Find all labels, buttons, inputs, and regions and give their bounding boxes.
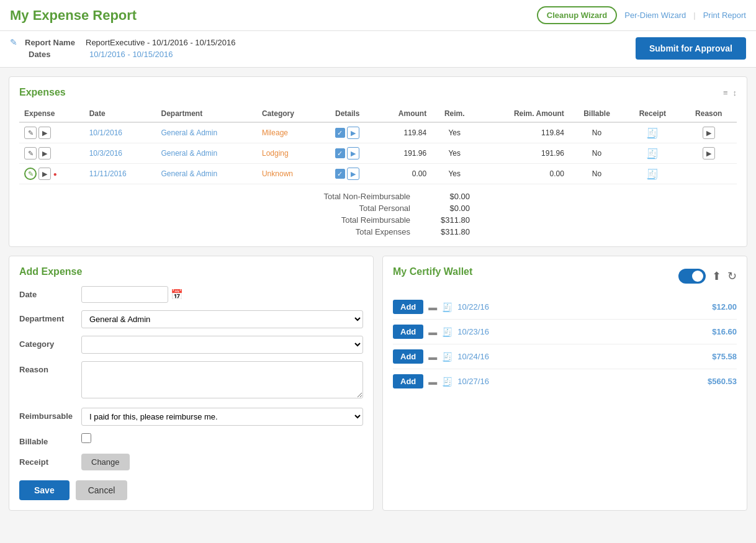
change-receipt-button[interactable]: Change [81,454,130,470]
expense-cat[interactable]: Lodging [262,149,289,158]
print-report-button[interactable]: Print Report [703,11,746,20]
hamburger-icon[interactable]: ≡ [723,88,728,97]
totals-expenses-row: Total Expenses $311.80 [286,227,470,236]
top-actions: Cleanup Wizard Per-Diem Wizard | Print R… [537,6,746,24]
toggle-slider [678,269,706,284]
bottom-section: Add Expense Date 📅 Department General & … [9,256,747,511]
details-checkbox[interactable]: ✓ [335,169,345,179]
details-nav-icon[interactable]: ▶ [347,168,359,180]
reimbursable-select[interactable]: I paid for this, please reimburse me. Co… [81,408,363,426]
wallet-item: Add ▬ 🧾 10/23/16 $16.60 [393,320,737,344]
expense-actions-cell: ✎ ▶ ● [19,164,84,184]
reason-row: Reason [19,361,363,400]
expense-dept-cell: General & Admin [156,143,256,164]
wallet-items-container: Add ▬ 🧾 10/22/16 $12.00 Add ▬ 🧾 10/23/16… [393,295,737,393]
edit-expense-icon[interactable]: ✎ [24,168,37,180]
cleanup-wizard-button[interactable]: Cleanup Wizard [537,6,617,24]
top-bar: My Expense Report Cleanup Wizard Per-Die… [0,0,756,31]
expense-cat[interactable]: Mileage [262,128,288,137]
expense-amount-cell: 191.96 [374,143,431,164]
reason-icon[interactable]: ▶ [703,147,715,159]
expense-billable-cell: No [569,164,624,184]
expenses-header-icons: ≡ ↕ [723,88,737,97]
report-name-label: Report Name [25,38,81,47]
nav-expense-icon[interactable]: ▶ [38,127,51,139]
category-select[interactable] [81,336,363,354]
date-row: Date 📅 [19,286,363,303]
personal-label: Total Personal [286,204,410,213]
report-dates-row: Dates 10/1/2016 - 10/15/2016 [10,50,235,59]
expense-cat-cell: Mileage [257,122,322,143]
cancel-button[interactable]: Cancel [76,480,128,500]
expense-billable-cell: No [569,122,624,143]
wallet-add-button[interactable]: Add [393,349,423,364]
dates-label: Dates [29,50,84,59]
expense-details-cell: ✓ ▶ [322,143,374,164]
add-expense-card: Add Expense Date 📅 Department General & … [9,256,374,511]
edit-expense-icon[interactable]: ✎ [24,127,37,139]
expense-reim-cell: Yes [431,164,477,184]
details-nav-icon[interactable]: ▶ [347,127,359,139]
wallet-add-button[interactable]: Add [393,300,423,314]
nav-expense-icon[interactable]: ▶ [38,168,51,180]
wallet-item-amount: $12.00 [712,302,737,312]
expenses-header: Expenses ≡ ↕ [19,87,737,98]
wallet-add-button[interactable]: Add [393,325,423,339]
wallet-item-date: 10/24/16 [457,352,707,361]
receipt-row: Receipt Change [19,454,363,470]
wallet-add-button[interactable]: Add [393,374,423,388]
expense-cat[interactable]: Unknown [262,169,293,178]
calendar-icon[interactable]: 📅 [171,289,183,300]
category-control [81,336,363,354]
edit-expense-icon[interactable]: ✎ [24,147,37,159]
details-nav-icon[interactable]: ▶ [347,147,359,159]
expense-details-cell: ✓ ▶ [322,122,374,143]
category-row: Category [19,336,363,354]
expense-dept[interactable]: General & Admin [161,149,217,158]
col-reason: Reason [681,105,737,122]
wallet-toggle[interactable] [678,269,706,284]
nav-expense-icon[interactable]: ▶ [38,147,51,159]
col-category: Category [257,105,322,122]
reason-icon[interactable]: ▶ [703,127,715,139]
expense-date[interactable]: 10/3/2016 [89,149,122,158]
col-reim-amount: Reim. Amount [477,105,569,122]
edit-report-icon[interactable]: ✎ [10,37,17,47]
wallet-refresh-icon[interactable]: ↻ [727,269,737,283]
expense-amount-cell: 0.00 [374,164,431,184]
receipt-icon[interactable]: 🧾 [646,148,659,159]
main-content: Expenses ≡ ↕ Expense Date Department Cat… [0,68,756,519]
expense-dept[interactable]: General & Admin [161,169,217,178]
expense-reim-amount-cell: 191.96 [477,143,569,164]
expense-dept[interactable]: General & Admin [161,128,217,137]
reason-textarea[interactable] [81,361,363,398]
details-checkbox[interactable]: ✓ [335,128,345,138]
table-row: ✎ ▶ 10/1/2016 General & Admin Mileage ✓ … [19,122,737,143]
non-reimbursable-label: Total Non-Reimbursable [286,192,410,201]
department-select[interactable]: General & Admin Marketing Engineering Fi… [81,310,363,328]
sort-icon[interactable]: ↕ [733,88,737,97]
submit-approval-button[interactable]: Submit for Approval [636,37,746,60]
divider: | [693,11,695,20]
expense-reim-amount-cell: 119.84 [477,122,569,143]
details-checkbox[interactable]: ✓ [335,148,345,158]
expense-date[interactable]: 11/11/2016 [89,169,127,178]
per-diem-wizard-button[interactable]: Per-Diem Wizard [624,11,686,20]
wallet-item-date: 10/22/16 [457,302,707,312]
receipt-icon[interactable]: 🧾 [646,169,659,179]
date-input[interactable] [81,286,168,303]
receipt-icon[interactable]: 🧾 [646,128,659,138]
expense-date[interactable]: 10/1/2016 [89,128,122,137]
expense-reason-cell: ▶ [681,122,737,143]
billable-checkbox[interactable] [81,433,91,443]
wallet-item: Add ▬ 🧾 10/27/16 $560.53 [393,369,737,393]
expenses-card: Expenses ≡ ↕ Expense Date Department Cat… [9,76,747,247]
expenses-table: Expense Date Department Category Details… [19,105,737,184]
save-button[interactable]: Save [19,480,70,500]
wallet-item-amount: $16.60 [712,327,737,336]
receipt-control: Change [81,454,363,470]
wallet-upload-icon[interactable]: ⬆ [712,269,721,283]
personal-value: $0.00 [420,204,470,213]
col-date: Date [84,105,156,122]
expense-date-cell: 10/3/2016 [84,143,156,164]
